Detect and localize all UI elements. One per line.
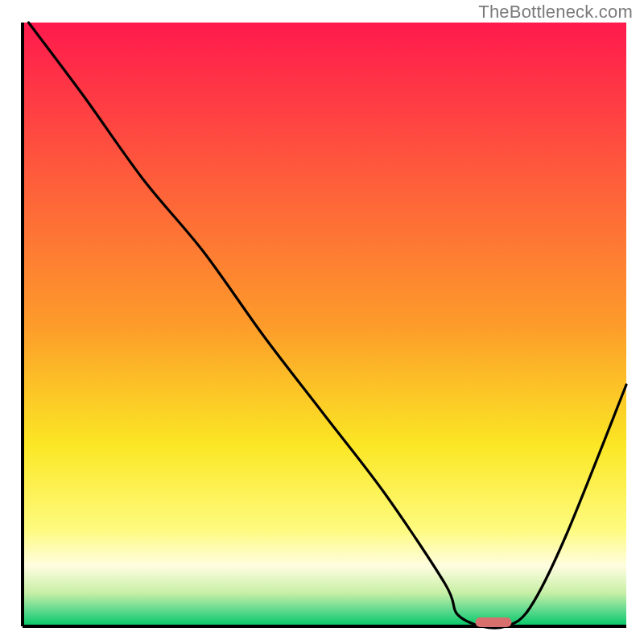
watermark-label: TheBottleneck.com bbox=[478, 2, 633, 23]
bottleneck-chart bbox=[0, 0, 644, 644]
chart-root: TheBottleneck.com bbox=[0, 0, 644, 644]
optimal-marker bbox=[476, 617, 512, 627]
plot-background bbox=[23, 23, 626, 626]
